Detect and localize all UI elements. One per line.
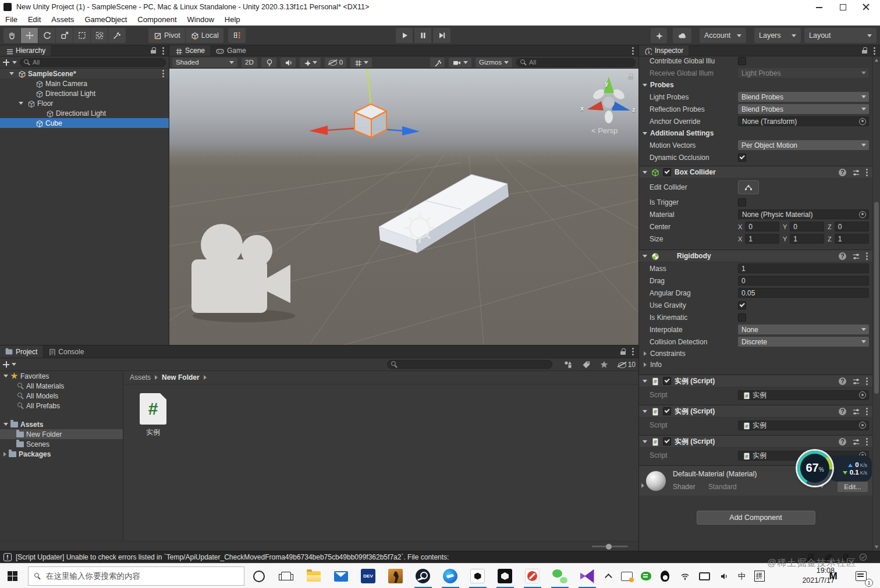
anchor-override-field[interactable]: None (Transform) xyxy=(738,116,869,126)
ime-indicator[interactable]: 拼 xyxy=(751,568,767,584)
layers-dropdown[interactable]: Layers xyxy=(754,28,801,43)
tab-hierarchy[interactable]: Hierarchy xyxy=(0,45,51,56)
menu-help[interactable]: Help xyxy=(219,15,246,24)
preset-icon[interactable] xyxy=(851,377,860,385)
hand-tool-button[interactable] xyxy=(3,28,21,43)
hierarchy-row-directional-light[interactable]: Directional Light xyxy=(0,88,169,98)
scene-search-input[interactable]: All xyxy=(516,58,636,67)
menu-component[interactable]: Component xyxy=(132,15,182,24)
reflection-probes-dropdown[interactable]: Blend Probes xyxy=(738,104,869,114)
unity-search-icon[interactable] xyxy=(651,28,667,43)
scroll-down-icon[interactable] xyxy=(875,546,878,548)
red-app-icon[interactable] xyxy=(524,568,540,584)
size-y-field[interactable]: 1 xyxy=(790,234,824,244)
object-picker-icon[interactable] xyxy=(859,211,866,218)
notification-center-button[interactable]: 1 xyxy=(853,568,869,584)
rotate-tool-button[interactable] xyxy=(38,28,56,43)
scrollbar-thumb[interactable] xyxy=(874,202,879,394)
menu-gameobject[interactable]: GameObject xyxy=(79,15,132,24)
menu-file[interactable]: File xyxy=(0,15,23,24)
help-icon[interactable] xyxy=(839,408,846,415)
lock-icon[interactable] xyxy=(151,47,157,54)
wifi-tray-icon[interactable] xyxy=(677,568,693,584)
tab-console[interactable]: Console xyxy=(42,345,89,358)
scale-tool-button[interactable] xyxy=(56,28,73,43)
floor-plank[interactable] xyxy=(361,162,536,266)
shader-edit-button[interactable]: Edit... xyxy=(838,482,868,492)
scene-kebab-icon[interactable] xyxy=(161,69,165,79)
maximize-button[interactable] xyxy=(839,3,846,10)
help-icon[interactable] xyxy=(839,252,846,260)
cloud-services-icon[interactable] xyxy=(673,28,691,43)
help-icon[interactable] xyxy=(839,377,846,385)
taskbar-search-input[interactable]: 在这里输入你要搜索的内容 xyxy=(28,566,244,586)
cortana-button[interactable] xyxy=(251,568,267,584)
qq-tray-icon[interactable] xyxy=(657,568,673,584)
tab-project[interactable]: Project xyxy=(0,345,42,358)
kebab-menu-icon[interactable] xyxy=(631,46,635,56)
tab-game[interactable]: Game xyxy=(210,45,251,56)
new-folder-row[interactable]: New Folder xyxy=(0,429,123,439)
component-enabled-checkbox[interactable] xyxy=(663,168,671,176)
hierarchy-row-cube[interactable]: Cube xyxy=(0,118,169,128)
edge-icon[interactable] xyxy=(442,568,458,584)
layout-dropdown[interactable]: Layout xyxy=(804,28,877,43)
hierarchy-search-input[interactable]: All xyxy=(20,58,166,67)
center-x-field[interactable]: 0 xyxy=(745,222,779,231)
scene-tools-icon[interactable] xyxy=(430,58,445,67)
visual-studio-icon[interactable] xyxy=(579,568,595,584)
script-component-header[interactable]: 实例 (Script) xyxy=(639,435,872,448)
move-tool-button[interactable] xyxy=(21,28,38,43)
script-component-header[interactable]: 实例 (Script) xyxy=(639,405,872,418)
kebab-menu-icon[interactable] xyxy=(872,46,877,56)
favorites-star-icon[interactable] xyxy=(599,360,608,369)
hidden-count-icon[interactable] xyxy=(618,362,626,368)
pause-button[interactable] xyxy=(414,28,432,43)
receive-gi-dropdown[interactable]: Light Probes xyxy=(738,68,869,78)
contribute-gi-checkbox[interactable] xyxy=(738,57,746,65)
lock-icon[interactable] xyxy=(620,348,626,355)
interpolate-dropdown[interactable]: None xyxy=(738,325,869,334)
dynamic-occlusion-checkbox[interactable] xyxy=(738,154,746,162)
kebab-menu-icon[interactable] xyxy=(865,437,869,447)
additional-settings-foldout[interactable]: Additional Settings xyxy=(639,127,872,139)
help-icon[interactable] xyxy=(839,169,846,176)
create-dropdown-icon[interactable] xyxy=(12,363,16,366)
effects-dropdown[interactable] xyxy=(300,58,321,67)
pivot-toggle-button[interactable]: Pivot xyxy=(148,28,185,43)
scroll-up-icon[interactable] xyxy=(875,59,878,62)
center-z-field[interactable]: 0 xyxy=(835,222,869,231)
eye-protect-tray-icon[interactable] xyxy=(619,568,634,584)
scene-viewport[interactable]: y x z < Persp xyxy=(169,69,638,345)
icon-size-slider[interactable] xyxy=(592,546,628,547)
is-kinematic-checkbox[interactable] xyxy=(738,313,746,322)
scenes-row[interactable]: Scenes xyxy=(0,439,123,449)
grid-snap-button[interactable] xyxy=(228,28,246,43)
project-search-input[interactable] xyxy=(387,360,552,369)
wechat-icon[interactable] xyxy=(552,568,567,584)
object-picker-icon[interactable] xyxy=(859,118,866,125)
preset-icon[interactable] xyxy=(851,168,860,176)
kebab-menu-icon[interactable] xyxy=(865,376,869,386)
asset-item[interactable]: # 实例 xyxy=(138,393,168,437)
size-z-field[interactable]: 1 xyxy=(835,234,869,244)
status-bar[interactable]: [Script Updater] Unable to check errors … xyxy=(0,551,880,563)
object-picker-icon[interactable] xyxy=(859,422,866,429)
script-object-field[interactable]: 实例 xyxy=(738,420,869,430)
menu-edit[interactable]: Edit xyxy=(23,15,46,24)
angular-drag-field[interactable]: 0.05 xyxy=(738,288,869,298)
transform-tool-button[interactable] xyxy=(91,28,108,43)
hierarchy-row-child-directional-light[interactable]: Directional Light xyxy=(0,108,169,118)
mass-field[interactable]: 1 xyxy=(738,263,869,273)
lock-icon[interactable] xyxy=(862,47,868,54)
cube-gizmo[interactable] xyxy=(292,69,571,150)
marktext-tray-icon[interactable]: M xyxy=(825,568,841,584)
favorites-row[interactable]: Favorites xyxy=(0,371,123,381)
performance-float-ball[interactable]: 67 % xyxy=(797,451,832,486)
play-button[interactable] xyxy=(396,28,413,43)
menu-window[interactable]: Window xyxy=(182,15,219,24)
component-enabled-checkbox[interactable] xyxy=(663,377,671,385)
2d-toggle-button[interactable]: 2D xyxy=(242,58,257,67)
status-message[interactable]: [Script Updater] Unable to check errors … xyxy=(16,553,449,561)
component-enabled-checkbox[interactable] xyxy=(663,407,671,415)
